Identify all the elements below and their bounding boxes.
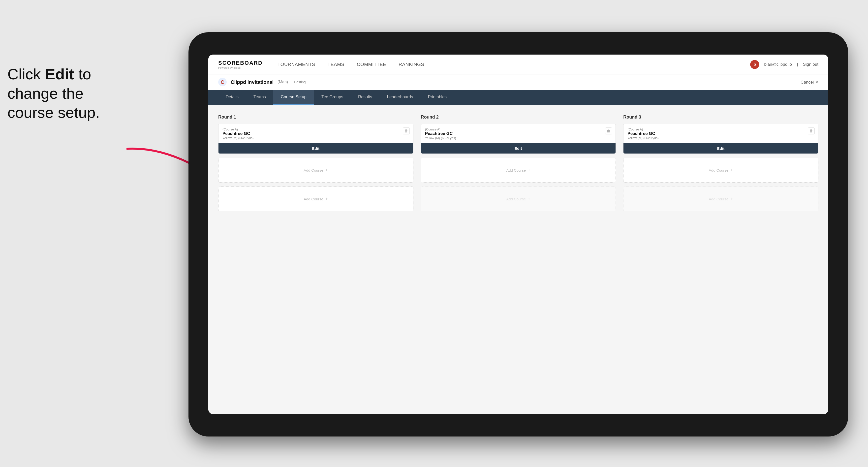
round-1-column: Round 1 (Course A) Peachtree GC Yellow (…: [218, 115, 413, 215]
nav-rankings[interactable]: RANKINGS: [399, 62, 424, 67]
tablet-device: SCOREBOARD Powered by clippd TOURNAMENTS…: [188, 32, 848, 436]
tab-bar: Details Teams Course Setup Tee Groups Re…: [208, 90, 828, 105]
rounds-container: Round 1 (Course A) Peachtree GC Yellow (…: [218, 115, 818, 215]
nav-right: b blair@clippd.io | Sign out: [750, 60, 818, 69]
round-1-edit-button[interactable]: Edit: [218, 143, 413, 154]
tablet-screen: SCOREBOARD Powered by clippd TOURNAMENTS…: [208, 55, 828, 414]
round-3-add-course-1[interactable]: Add Course +: [623, 158, 818, 183]
tab-details[interactable]: Details: [218, 90, 246, 105]
course-details-r3: Yellow (M) (6629 yds): [627, 136, 814, 140]
tab-printables[interactable]: Printables: [421, 90, 454, 105]
tab-course-setup[interactable]: Course Setup: [273, 90, 314, 105]
round-3-add-course-2: Add Course +: [623, 187, 818, 211]
delete-course-icon-r3[interactable]: 🗑: [808, 127, 815, 134]
round-2-add-course-1[interactable]: Add Course +: [421, 158, 616, 183]
course-label: (Course A): [222, 127, 409, 131]
add-icon-r3: +: [731, 168, 733, 173]
nav-teams[interactable]: TEAMS: [328, 62, 344, 67]
round-2-course-card-0: (Course A) Peachtree GC Yellow (M) (6629…: [421, 124, 616, 154]
round-3-column: Round 3 (Course A) Peachtree GC Yellow (…: [623, 115, 818, 215]
round-2-edit-button[interactable]: Edit: [421, 143, 616, 154]
round-2-title: Round 2: [421, 115, 616, 120]
add-icon: +: [326, 168, 328, 173]
round-2-column: Round 2 (Course A) Peachtree GC Yellow (…: [421, 115, 616, 215]
brand-logo-c: C: [218, 78, 227, 86]
round-1-add-course-1[interactable]: Add Course +: [218, 158, 413, 183]
add-icon-2: +: [326, 196, 328, 201]
round-3-title: Round 3: [623, 115, 818, 120]
course-details: Yellow (M) (6629 yds): [222, 136, 409, 140]
round-1-title: Round 1: [218, 115, 413, 120]
add-icon-r2: +: [528, 168, 530, 173]
tab-tee-groups[interactable]: Tee Groups: [314, 90, 351, 105]
nav-links: TOURNAMENTS TEAMS COMMITTEE RANKINGS: [278, 62, 750, 67]
logo-area: SCOREBOARD Powered by clippd: [218, 60, 262, 69]
main-content: Round 1 (Course A) Peachtree GC Yellow (…: [208, 105, 828, 414]
nav-tournaments[interactable]: TOURNAMENTS: [278, 62, 315, 67]
nav-separator: |: [797, 62, 798, 67]
tab-teams[interactable]: Teams: [246, 90, 273, 105]
round-1-add-course-2[interactable]: Add Course +: [218, 187, 413, 211]
user-avatar: b: [750, 60, 759, 69]
round-3-edit-button[interactable]: Edit: [623, 143, 818, 154]
logo-sub: Powered by clippd: [218, 66, 262, 69]
nav-committee[interactable]: COMMITTEE: [357, 62, 386, 67]
tournament-gender: (Men): [278, 80, 288, 84]
tab-results[interactable]: Results: [351, 90, 380, 105]
user-email: blair@clippd.io: [764, 62, 792, 67]
course-name-r3: Peachtree GC: [627, 131, 814, 136]
tab-leaderboards[interactable]: Leaderboards: [380, 90, 421, 105]
top-nav: SCOREBOARD Powered by clippd TOURNAMENTS…: [208, 55, 828, 74]
course-card-header-r3: (Course A) Peachtree GC Yellow (M) (6629…: [623, 124, 818, 143]
sign-out-link[interactable]: Sign out: [803, 62, 818, 67]
logo-scoreboard: SCOREBOARD: [218, 60, 262, 66]
round-1-course-card-0: (Course A) Peachtree GC Yellow (M) (6629…: [218, 124, 413, 154]
course-card-header-r2: (Course A) Peachtree GC Yellow (M) (6629…: [421, 124, 616, 143]
delete-course-icon[interactable]: 🗑: [403, 127, 410, 134]
sub-header: C Clippd Invitational (Men) Hosting Canc…: [208, 74, 828, 90]
course-name: Peachtree GC: [222, 131, 409, 136]
round-3-course-card-0: (Course A) Peachtree GC Yellow (M) (6629…: [623, 124, 818, 154]
delete-course-icon-r2[interactable]: 🗑: [605, 127, 612, 134]
course-card-header: (Course A) Peachtree GC Yellow (M) (6629…: [218, 124, 413, 143]
sub-header-left: C Clippd Invitational (Men) Hosting: [218, 78, 306, 86]
round-2-add-course-2: Add Course +: [421, 187, 616, 211]
instruction-text: Click Edit tochange thecourse setup.: [7, 64, 100, 122]
course-label-r2: (Course A): [425, 127, 612, 131]
course-name-r2: Peachtree GC: [425, 131, 612, 136]
add-icon-r3-2: +: [731, 196, 733, 201]
course-details-r2: Yellow (M) (6629 yds): [425, 136, 612, 140]
cancel-button[interactable]: Cancel ✕: [801, 80, 818, 85]
course-label-r3: (Course A): [627, 127, 814, 131]
add-icon-r2-2: +: [528, 196, 530, 201]
hosting-badge: Hosting: [294, 80, 306, 84]
tournament-name: Clippd Invitational: [230, 80, 274, 85]
